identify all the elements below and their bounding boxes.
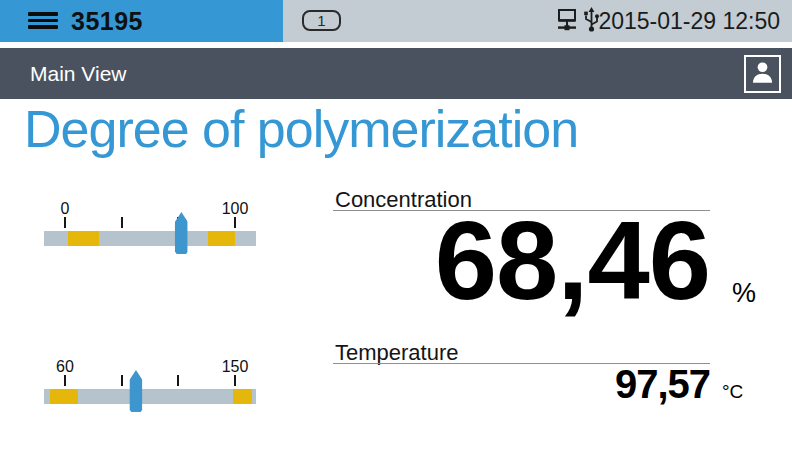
page-breadcrumb-title: Main View: [30, 48, 127, 99]
screen-number-badge[interactable]: 1: [302, 10, 341, 31]
measurement-unit: °C: [722, 382, 743, 401]
device-id: 35195: [71, 0, 143, 42]
menu-icon[interactable]: [28, 12, 58, 32]
page-title: Degree of polymerization: [24, 101, 578, 157]
device-screen: 35195 1 2015-01-29 12:50: [0, 0, 792, 474]
menu-area[interactable]: 35195: [0, 0, 283, 42]
datetime-label: 2015-01-29 12:50: [598, 0, 780, 43]
temperature-gauge: 60 150: [44, 358, 256, 414]
gauge-ticks: [44, 200, 256, 256]
gauge-ticks: [44, 358, 256, 414]
gauge-track: [44, 231, 256, 246]
user-icon: [749, 59, 776, 89]
user-button[interactable]: [744, 55, 781, 93]
measurement-value: 68,46: [435, 198, 710, 323]
measurement-unit: %: [732, 280, 756, 307]
gauge-track: [44, 389, 256, 404]
nav-bar: Main View: [0, 48, 792, 99]
concentration-gauge: 0 100: [44, 200, 256, 256]
network-icon: [556, 8, 578, 36]
measurement-value: 97,57: [615, 362, 710, 406]
status-bar: 35195 1 2015-01-29 12:50: [0, 0, 792, 42]
